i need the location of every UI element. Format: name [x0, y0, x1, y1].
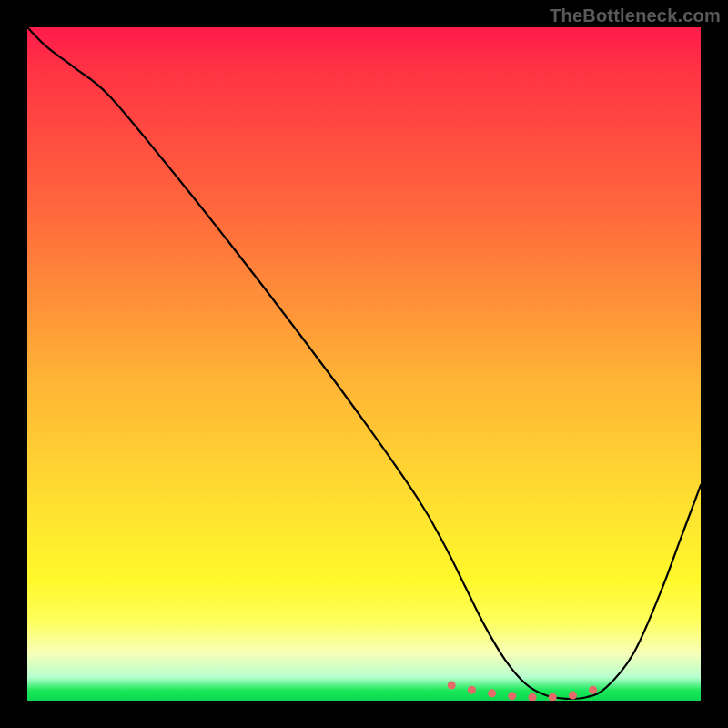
flat-dot: [529, 693, 537, 701]
plot-area: [27, 27, 701, 701]
flat-dot: [589, 686, 597, 694]
flat-dot: [448, 681, 456, 689]
chart-stage: TheBottleneck.com: [0, 0, 728, 728]
flat-dot: [569, 692, 577, 700]
flat-dot: [549, 693, 557, 701]
watermark-text: TheBottleneck.com: [550, 5, 721, 26]
flat-dot: [508, 692, 516, 700]
flat-dot: [468, 686, 476, 694]
flat-dot: [488, 689, 496, 697]
dots-layer: [27, 27, 701, 701]
flat-region-dots: [448, 681, 597, 701]
